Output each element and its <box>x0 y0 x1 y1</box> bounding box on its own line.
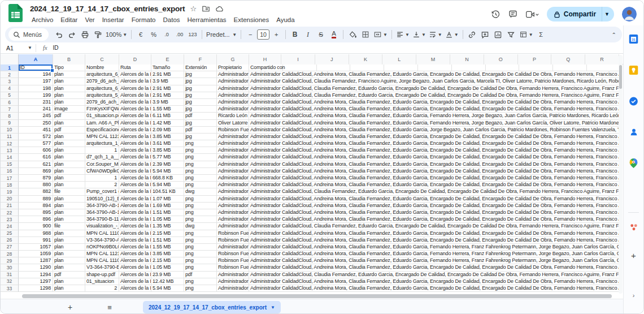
merge-cells-button[interactable]: ▼ <box>372 28 389 41</box>
cell-compartido-con[interactable]: Administrador CalidadCloud, Claudia Fern… <box>249 78 623 85</box>
cell-extension[interactable]: jpg <box>184 85 217 92</box>
cell-tamano[interactable]: 1.07 MB <box>151 196 184 203</box>
cell-nombre[interactable]: Lam. A66 A_Pla <box>85 120 119 127</box>
cell-compartido-con[interactable]: Administrador CalidadCloud, Andreina Mor… <box>249 161 623 168</box>
cell-extension[interactable]: png <box>184 147 217 154</box>
cell-extension[interactable]: png <box>184 257 217 264</box>
cell-compartido-con[interactable]: Administrador CalidadCloud, Andreina Mor… <box>249 216 623 223</box>
cell-ruta[interactable]: Alerces de la De <box>119 134 151 140</box>
cell-tamano[interactable]: 1.51 MB <box>151 237 184 244</box>
cell-compartido-con[interactable]: Administrador CalidadCloud, Andreina Mor… <box>249 182 623 188</box>
italic-button[interactable]: I <box>302 28 314 41</box>
column-header-C[interactable]: C <box>85 54 119 64</box>
cell-id[interactable]: 1298 <box>19 285 53 292</box>
cell-tamano[interactable]: 1.55 MB <box>151 244 184 251</box>
cloud-status-icon[interactable] <box>215 5 224 13</box>
cell-extension[interactable]: jpg <box>184 78 217 85</box>
decrease-font-size-button[interactable]: − <box>244 28 256 41</box>
row-header[interactable]: 21 <box>1 203 19 209</box>
all-sheets-button[interactable]: ≡ <box>105 302 115 312</box>
column-header-L[interactable]: L <box>382 54 416 64</box>
cell-ruta[interactable]: Alerces de la De <box>119 120 151 127</box>
cell-propietario[interactable]: Administrador Ca <box>217 106 249 113</box>
cell-ruta[interactable]: Alerces de la De <box>119 285 151 292</box>
cell-id[interactable]: 621 <box>19 161 53 168</box>
cell-ruta[interactable]: Alerces de la De <box>119 223 151 230</box>
cell-tipo[interactable]: plan <box>53 92 85 99</box>
cell-tipo[interactable]: plan <box>53 161 85 168</box>
row-header[interactable]: 32 <box>1 278 19 285</box>
cell-extension[interactable]: pdf <box>184 272 217 278</box>
cell-extension[interactable]: jpg <box>184 71 217 78</box>
cell-propietario[interactable]: Administrador Ca <box>217 209 249 216</box>
cell-tipo[interactable]: image <box>53 106 85 113</box>
font-select[interactable]: Predet...▼ <box>205 28 238 41</box>
cell-tipo[interactable]: file <box>53 188 85 195</box>
cell-extension[interactable]: png <box>184 216 217 223</box>
cell-propietario[interactable]: Administrador Ca <box>217 182 249 188</box>
cell-nombre[interactable]: 1 <box>85 175 119 182</box>
cell-id[interactable]: 889 <box>19 196 53 203</box>
expand-panel-icon[interactable]: › <box>629 290 638 300</box>
cell-compartido-con[interactable]: Administrador CalidadCloud, Claudia Fern… <box>249 85 623 92</box>
formula-input[interactable]: ID <box>53 45 59 51</box>
cell-id[interactable]: 231 <box>19 99 53 106</box>
cell-tipo[interactable]: plan <box>53 257 85 264</box>
cell-extension[interactable]: png <box>184 140 217 147</box>
cell-nombre[interactable]: arquitectura_5_ <box>85 92 119 99</box>
cell-tamano[interactable]: 3.9 MB <box>151 99 184 106</box>
column-header-H[interactable]: H <box>249 54 281 64</box>
cell-compartido-con[interactable]: Administrador CalidadCloud, Claudia Fern… <box>249 92 623 99</box>
cell-tipo[interactable]: plan <box>53 147 85 154</box>
cell-tamano[interactable]: 2.91 MB <box>151 92 184 99</box>
cell-extension[interactable]: png <box>184 196 217 203</box>
cell-compartido-con[interactable]: Administrador CalidadCloud, Andreina Mor… <box>249 285 623 292</box>
sheet-tab-menu-icon[interactable]: ▼ <box>271 305 275 310</box>
cell-id[interactable]: 1059 <box>19 251 53 257</box>
name-box[interactable]: A1▼ <box>1 45 36 51</box>
cell-ruta[interactable]: Alerces de la De <box>119 99 151 106</box>
cell-propietario[interactable]: Administrador Ca <box>217 175 249 182</box>
cell-compartido-con[interactable]: Administrador CalidadCloud, Andreina Mor… <box>249 168 623 175</box>
share-dropdown[interactable]: ▼ <box>602 7 614 21</box>
cell-propietario[interactable]: Administrador Ca <box>217 140 249 147</box>
cell-id[interactable]: 1297 <box>19 278 53 285</box>
collapse-toolbar-button[interactable]: ⌃ <box>612 32 616 38</box>
cell-id[interactable]: 869 <box>19 168 53 175</box>
cell-id[interactable]: 900 <box>19 223 53 230</box>
cell-tamano[interactable]: 1.42 MB <box>151 120 184 127</box>
cell-tamano[interactable]: 1.55 MB <box>151 106 184 113</box>
row-header[interactable]: 1 <box>1 64 19 71</box>
cell-ruta[interactable]: Alerces de la De <box>119 216 151 223</box>
cell-tamano[interactable]: 668.8 KB <box>151 175 184 182</box>
cell-tamano[interactable]: 3.85 MB <box>151 251 184 257</box>
cell-id[interactable]: 241 <box>19 106 53 113</box>
cell-nombre[interactable]: Pump_cover1 d <box>85 188 119 195</box>
cell-id[interactable]: 250 <box>19 120 53 127</box>
strikethrough-button[interactable]: S <box>315 28 327 41</box>
cell-extension[interactable]: jpg <box>184 134 217 140</box>
row-header[interactable]: 9 <box>1 120 19 127</box>
cell-compartido-con[interactable]: Administrador CalidadCloud, Claudia Fern… <box>249 223 623 230</box>
cell-propietario[interactable]: Ricardo León <box>217 113 249 119</box>
cell-nombre[interactable]: V3-364-3790-AE <box>85 237 119 244</box>
cell-ruta[interactable]: Alerces de la De <box>119 168 151 175</box>
cell-propietario[interactable]: Robinson Fuente <box>217 264 249 271</box>
row-header[interactable]: 18 <box>1 182 19 188</box>
bold-button[interactable]: B <box>289 28 301 41</box>
cell-ruta[interactable]: Alerces de la De <box>119 278 151 285</box>
cell-tamano[interactable]: Tamaño <box>151 64 184 71</box>
cell-tipo[interactable]: plan <box>53 182 85 188</box>
print-button[interactable] <box>79 28 91 41</box>
cell-tipo[interactable]: plan <box>53 285 85 292</box>
cell-id[interactable]: ID <box>19 64 53 71</box>
cell-extension[interactable]: png <box>184 175 217 182</box>
cell-nombre[interactable]: shape-up.pdf <box>85 272 119 278</box>
percent-format-button[interactable]: % <box>147 28 160 41</box>
cell-nombre[interactable]: MPN CAL 11210 <box>85 251 119 257</box>
cell-id[interactable]: 896 <box>19 216 53 223</box>
cell-ruta[interactable]: Alerces de la De <box>119 203 151 209</box>
cell-tamano[interactable]: 1.69 MB <box>151 203 184 209</box>
cell-tamano[interactable]: 1.35 MB <box>151 223 184 230</box>
cell-tipo[interactable]: plan <box>53 140 85 147</box>
